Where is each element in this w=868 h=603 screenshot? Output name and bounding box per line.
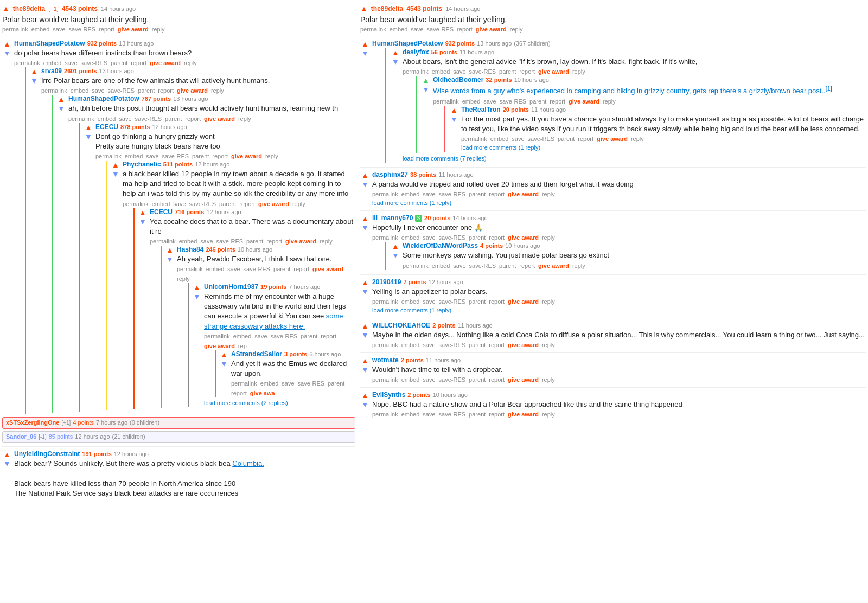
downvote-icon[interactable]: ▼ xyxy=(58,104,65,113)
reply-link[interactable]: rep xyxy=(238,343,247,349)
downvote-icon[interactable]: ▼ xyxy=(361,400,369,409)
report-link[interactable]: report xyxy=(457,26,473,33)
cassowary-link[interactable]: some strange cassowary attacks here. xyxy=(204,312,343,330)
give-award-link[interactable]: give award xyxy=(569,98,599,105)
embed-link[interactable]: embed xyxy=(179,238,197,245)
upvote-icon[interactable]: ▲ xyxy=(392,48,399,57)
embed-link[interactable]: embed xyxy=(71,87,89,94)
give-award-link[interactable]: give award xyxy=(508,234,539,241)
upvote-icon[interactable]: ▲ xyxy=(139,208,146,217)
downvote-icon[interactable]: ▼ xyxy=(139,217,146,226)
report-link[interactable]: report xyxy=(519,262,535,269)
parent-link[interactable]: parent xyxy=(469,342,486,348)
save-res-link[interactable]: save-RES xyxy=(108,87,135,94)
report-link[interactable]: report xyxy=(489,191,505,197)
reply-link[interactable]: reply xyxy=(542,234,555,241)
report-link[interactable]: report xyxy=(321,333,336,339)
save-res-link[interactable]: save-RES xyxy=(81,60,108,66)
reply-link[interactable]: reply xyxy=(542,298,555,305)
upvote-icon[interactable]: ▲ xyxy=(361,278,369,287)
save-link[interactable]: save xyxy=(423,342,435,348)
embed-link[interactable]: embed xyxy=(390,26,408,33)
permalink-link[interactable]: permalink xyxy=(403,68,429,75)
permalink-link[interactable]: permalink xyxy=(123,201,149,207)
up-arrow-icon[interactable]: ▲ xyxy=(360,4,368,13)
give-award-link[interactable]: give award xyxy=(508,376,539,383)
parent-link[interactable]: parent xyxy=(328,380,344,387)
username-stranded[interactable]: AStrandedSailor xyxy=(231,350,282,358)
parent-link[interactable]: parent xyxy=(469,298,486,305)
report-link[interactable]: report xyxy=(293,266,309,272)
parent-link[interactable]: parent xyxy=(469,376,486,383)
embed-link[interactable]: embed xyxy=(206,266,225,272)
downvote-icon[interactable]: ▼ xyxy=(220,360,228,368)
report-link[interactable]: report xyxy=(231,390,247,396)
upvote-icon[interactable]: ▲ xyxy=(3,450,11,459)
parent-link[interactable]: parent xyxy=(499,68,516,75)
downvote-icon[interactable]: ▼ xyxy=(85,132,92,141)
permalink-link[interactable]: permalink xyxy=(360,26,386,33)
parent-link[interactable]: parent xyxy=(529,98,546,105)
permalink-link[interactable]: permalink xyxy=(150,238,176,245)
save-link[interactable]: save xyxy=(423,234,435,241)
upvote-icon[interactable]: ▲ xyxy=(3,40,11,48)
reply-link[interactable]: reply xyxy=(184,60,197,66)
downvote-icon[interactable]: ▼ xyxy=(30,76,38,85)
report-link[interactable]: report xyxy=(212,153,228,159)
permalink-link[interactable]: permalink xyxy=(231,380,257,387)
reply-link[interactable]: reply xyxy=(572,68,585,75)
embed-link[interactable]: embed xyxy=(260,380,279,387)
save-link[interactable]: save xyxy=(423,298,435,305)
save-res-link[interactable]: save-RES xyxy=(135,116,162,122)
embed-link[interactable]: embed xyxy=(401,376,420,383)
save-res-link[interactable]: save-RES xyxy=(244,266,271,272)
load-more-20190419[interactable]: load more comments (1 reply) xyxy=(372,306,866,315)
embed-link[interactable]: embed xyxy=(401,234,420,241)
parent-link[interactable]: parent xyxy=(469,191,486,197)
upvote-icon[interactable]: ▲ xyxy=(361,356,369,365)
r-username-20190419[interactable]: 20190419 xyxy=(372,278,401,286)
upvote-icon[interactable]: ▲ xyxy=(361,322,369,330)
permalink-link[interactable]: permalink xyxy=(372,376,398,383)
upvote-icon[interactable]: ▲ xyxy=(85,123,92,132)
load-more-deslyfox[interactable]: load more comments (7 replies) xyxy=(403,154,866,163)
give-award-link[interactable]: give award xyxy=(508,298,539,305)
save-res-link[interactable]: save-RES xyxy=(162,153,189,159)
reply-link[interactable]: reply xyxy=(211,87,224,94)
save-link[interactable]: save xyxy=(92,87,104,94)
save-link[interactable]: save xyxy=(119,116,131,122)
upvote-icon[interactable]: ▲ xyxy=(166,246,174,254)
embed-link[interactable]: embed xyxy=(490,136,509,142)
downvote-icon[interactable]: ▼ xyxy=(392,57,399,66)
permalink-link[interactable]: permalink xyxy=(204,333,230,339)
upvote-icon[interactable]: ▲ xyxy=(361,214,369,223)
downvote-icon[interactable]: ▼ xyxy=(361,223,369,232)
embed-link[interactable]: embed xyxy=(31,26,50,33)
r-username-hsp[interactable]: HumanShapedPotatow xyxy=(372,40,443,47)
report-link[interactable]: report xyxy=(489,376,505,383)
username-unyielding[interactable]: UnyieldingConstraint xyxy=(14,450,80,458)
upvote-icon[interactable]: ▲ xyxy=(361,171,369,179)
permalink-link[interactable]: permalink xyxy=(372,411,398,418)
save-link[interactable]: save xyxy=(423,376,435,383)
save-res-link[interactable]: save-RES xyxy=(439,411,466,418)
downvote-icon[interactable]: ▼ xyxy=(422,85,430,94)
give-award-link[interactable]: give award xyxy=(508,342,539,348)
give-award-link[interactable]: give award xyxy=(538,262,569,269)
downvote-icon[interactable]: ▼ xyxy=(3,49,11,57)
permalink-link[interactable]: permalink xyxy=(372,298,398,305)
embed-link[interactable]: embed xyxy=(125,153,143,159)
r-username-therealtron[interactable]: TheRealTron xyxy=(461,106,501,113)
save-res-link[interactable]: save-RES xyxy=(298,380,325,387)
upvote-icon[interactable]: ▲ xyxy=(220,350,228,359)
reply-link[interactable]: reply xyxy=(542,191,555,197)
reply-link[interactable]: reply xyxy=(265,153,278,159)
give-award-link[interactable]: give award xyxy=(597,136,628,142)
top-right-username[interactable]: the89delta xyxy=(371,5,403,12)
save-res-link[interactable]: save-RES xyxy=(439,234,466,241)
permalink-link[interactable]: permalink xyxy=(68,116,94,122)
save-res-link[interactable]: save-RES xyxy=(528,136,555,142)
permalink-link[interactable]: permalink xyxy=(403,262,429,269)
downvote-icon[interactable]: ▼ xyxy=(361,287,369,296)
downvote-icon[interactable]: ▼ xyxy=(361,331,369,339)
